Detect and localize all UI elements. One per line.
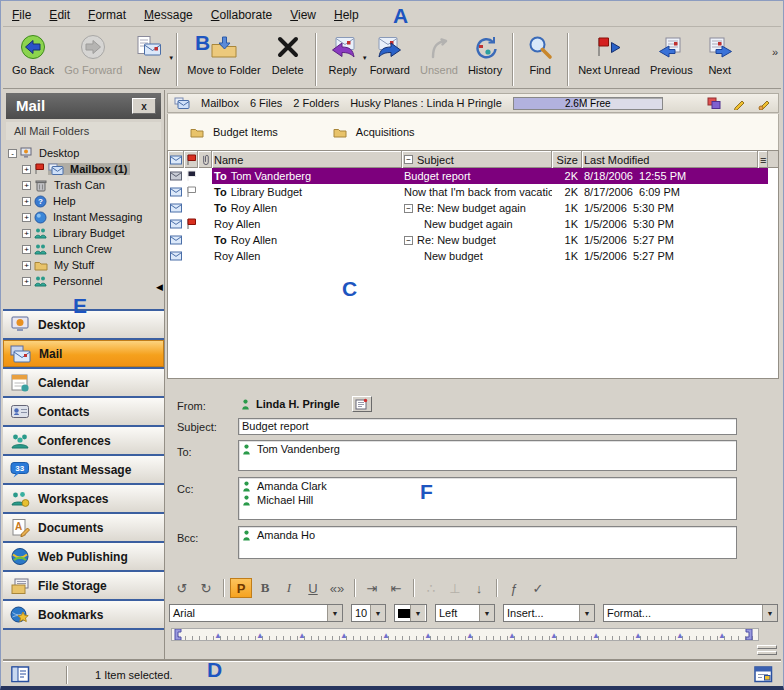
next-button[interactable]: Next xyxy=(698,31,742,77)
thread-collapse-icon[interactable]: − xyxy=(404,236,413,245)
outdent-icon[interactable]: ⇤ xyxy=(385,578,407,598)
thread-collapse-icon[interactable]: − xyxy=(404,204,413,213)
tab-stop-marker[interactable]: ▲ xyxy=(676,631,684,640)
indent-marker-right[interactable] xyxy=(744,629,754,642)
indent-icon[interactable]: ⇥ xyxy=(361,578,383,598)
italic-icon[interactable]: I xyxy=(278,578,300,598)
tree-expander-icon[interactable]: - xyxy=(8,149,17,158)
flag-icon[interactable] xyxy=(184,216,198,232)
paragraph-icon[interactable]: P xyxy=(230,578,252,598)
sidebar-item-mail[interactable]: Mail xyxy=(3,340,164,369)
tab-stop-marker[interactable]: ▲ xyxy=(508,631,516,640)
folder-tree-item-mailbox-1-[interactable]: +Mailbox (1) xyxy=(22,161,164,177)
tree-expander-icon[interactable]: + xyxy=(22,245,31,254)
indent-marker-left[interactable] xyxy=(173,629,183,642)
tab-stop-marker[interactable]: ▲ xyxy=(214,631,222,640)
tree-expander-icon[interactable]: + xyxy=(22,229,31,238)
folder-tree-item-help[interactable]: +?Help xyxy=(22,193,164,209)
folder-tree-item-lunch-crew[interactable]: +Lunch Crew xyxy=(22,241,164,257)
table-row[interactable]: ToRoy Allen−Re: New budget again1K1/5/20… xyxy=(168,200,778,216)
find-button[interactable]: Find xyxy=(518,31,562,77)
table-row[interactable]: ToTom VanderbergBudget report2K8/18/2006… xyxy=(168,168,778,184)
toolbar-overflow-icon[interactable]: » xyxy=(772,48,777,57)
menu-collaborate[interactable]: Collaborate xyxy=(202,4,281,26)
tree-expander-icon[interactable]: + xyxy=(22,197,31,206)
tab-stop-marker[interactable]: ▲ xyxy=(634,631,642,640)
layers-icon[interactable] xyxy=(707,97,722,110)
flag-icon[interactable] xyxy=(184,200,198,216)
cc-field[interactable]: Amanda ClarkMichael Hill xyxy=(238,477,737,520)
flag-icon[interactable] xyxy=(184,232,198,248)
shortcut-acquisitions[interactable]: Acquisitions xyxy=(333,126,415,138)
tab-stop-marker[interactable]: ▲ xyxy=(718,631,726,640)
table-row[interactable]: ToRoy Allen−Re: New budget1K1/5/2006 5:2… xyxy=(168,232,778,248)
insert-anchor-icon[interactable]: ↓ xyxy=(468,578,490,598)
panel-close-button[interactable]: x xyxy=(132,98,156,114)
shortcut-budget-items[interactable]: Budget Items xyxy=(190,126,278,138)
column-subject[interactable]: −Subject xyxy=(402,151,552,168)
font-select[interactable]: Arial▼ xyxy=(169,604,343,622)
envelope-column-icon[interactable] xyxy=(168,151,184,168)
flag-icon[interactable] xyxy=(184,168,198,184)
folder-tree-item-trash-can[interactable]: +Trash Can xyxy=(22,177,164,193)
folder-tree-item-my-stuff[interactable]: +My Stuff xyxy=(22,257,164,273)
tree-expander-icon[interactable]: + xyxy=(22,277,31,286)
sidebar-item-bookmarks[interactable]: Bookmarks xyxy=(3,601,164,630)
column-size[interactable]: Size xyxy=(552,151,582,168)
history-button[interactable]: History xyxy=(463,31,507,77)
go-back-button[interactable]: Go Back xyxy=(7,31,59,77)
table-row[interactable]: Roy AllenNew budget again1K1/5/2006 5:30… xyxy=(168,216,778,232)
forward-button[interactable]: Forward xyxy=(365,31,415,77)
menu-file[interactable]: File xyxy=(3,4,40,26)
tab-stop-marker[interactable]: ▲ xyxy=(340,631,348,640)
flag-column-icon[interactable] xyxy=(184,151,198,168)
menu-format[interactable]: Format xyxy=(79,4,135,26)
tree-expander-icon[interactable]: + xyxy=(22,165,31,174)
previous-button[interactable]: Previous xyxy=(645,31,698,77)
font-size-select[interactable]: 10▼ xyxy=(351,604,386,622)
tab-stop-marker[interactable]: ▲ xyxy=(382,631,390,640)
redo-icon[interactable]: ↻ xyxy=(195,578,217,598)
sidebar-item-workspaces[interactable]: Workspaces xyxy=(3,485,164,514)
folder-tree-item-library-budget[interactable]: +Library Budget xyxy=(22,225,164,241)
properties-icon[interactable] xyxy=(754,666,773,683)
table-row[interactable]: Roy AllenNew budget1K1/5/2006 5:27 PM xyxy=(168,248,778,264)
address-book-button[interactable] xyxy=(352,396,372,412)
tree-expander-icon[interactable]: + xyxy=(22,261,31,270)
insert-select[interactable]: Insert...▼ xyxy=(503,604,595,622)
attachment-column-icon[interactable] xyxy=(198,151,212,168)
tree-expander-icon[interactable]: + xyxy=(22,213,31,222)
sidebar-item-conferences[interactable]: Conferences xyxy=(3,427,164,456)
folder-tree-item-personnel[interactable]: +Personnel xyxy=(22,273,164,289)
flag-icon[interactable] xyxy=(184,184,198,200)
table-row[interactable]: ToLibrary BudgetNow that I'm back from v… xyxy=(168,184,778,200)
panel-toggle-icon[interactable] xyxy=(11,666,30,683)
list-menu-icon[interactable]: ≡ xyxy=(758,151,768,168)
bcc-field[interactable]: Amanda Ho xyxy=(238,526,737,559)
new-button[interactable]: ▼New xyxy=(127,31,171,77)
sidebar-item-calendar[interactable]: Calendar xyxy=(3,369,164,398)
delete-button[interactable]: Delete xyxy=(266,31,310,77)
sidebar-item-web-publishing[interactable]: Web Publishing xyxy=(3,543,164,572)
handwriting-icon[interactable]: ƒ xyxy=(503,578,525,598)
spell-check-icon[interactable]: ✓ xyxy=(527,578,549,598)
tab-stop-marker[interactable]: ▲ xyxy=(466,631,474,640)
column-name[interactable]: Name xyxy=(212,151,402,168)
splitter-grip[interactable] xyxy=(757,645,777,657)
bold-icon[interactable]: B xyxy=(254,578,276,598)
tab-stop-marker[interactable]: ▲ xyxy=(550,631,558,640)
format-select[interactable]: Format...▼ xyxy=(603,604,778,622)
sidebar-item-documents[interactable]: ADocuments xyxy=(3,514,164,543)
menu-help[interactable]: Help xyxy=(325,4,368,26)
tab-stop-marker[interactable]: ▲ xyxy=(592,631,600,640)
tab-stop-marker[interactable]: ▲ xyxy=(424,631,432,640)
reply-button[interactable]: ▼Reply xyxy=(321,31,365,77)
tab-stop-marker[interactable]: ▲ xyxy=(256,631,264,640)
undo-icon[interactable]: ↺ xyxy=(171,578,193,598)
next-unread-button[interactable]: Next Unread xyxy=(573,31,645,77)
sidebar-item-file-storage[interactable]: File Storage xyxy=(3,572,164,601)
pencil-edit-icon[interactable] xyxy=(757,97,772,110)
flag-icon[interactable] xyxy=(184,248,198,264)
dropdown-arrow-icon[interactable]: ▼ xyxy=(168,55,174,61)
sidebar-item-contacts[interactable]: Contacts xyxy=(3,398,164,427)
